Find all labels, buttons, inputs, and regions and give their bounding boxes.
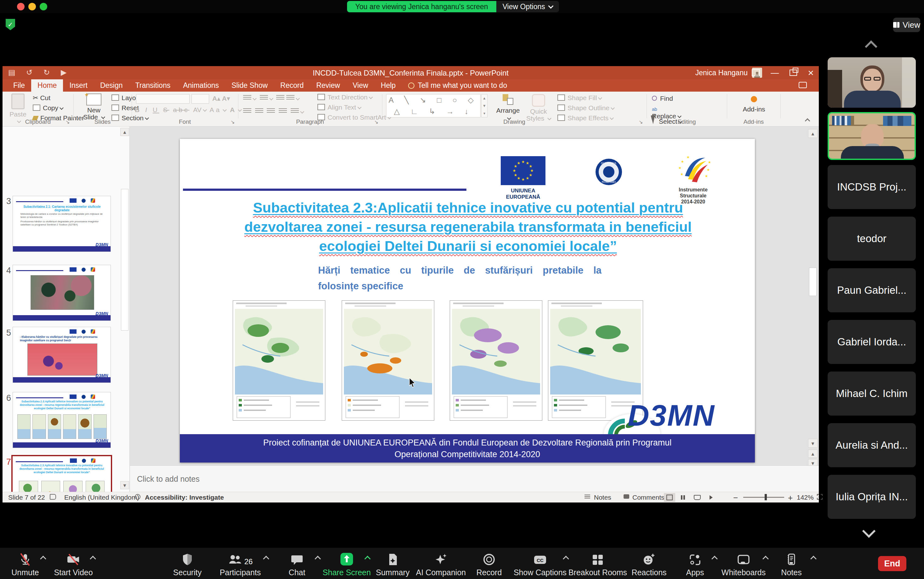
comments-icon[interactable]: [799, 82, 807, 88]
addins-button[interactable]: Add-ins: [732, 93, 776, 113]
tab-slide-show[interactable]: Slide Show: [225, 79, 274, 92]
participant-tile[interactable]: Gabriel Iorda...: [828, 320, 916, 364]
font-name-combobox[interactable]: [136, 94, 190, 103]
notes-icon: [584, 495, 590, 499]
participant-tile[interactable]: Paun Gabriel...: [828, 268, 916, 312]
slide-canvas[interactable]: ★★★★★★★★★★★★ UNIUNEA EUROPEANĂ GUVERNUL …: [180, 139, 755, 463]
view-normal-button[interactable]: [664, 493, 675, 502]
accessibility-status[interactable]: Accessibility: Investigate: [145, 494, 224, 501]
zoom-out-button[interactable]: −: [733, 493, 738, 503]
shape-outline-button[interactable]: Shape Outline: [558, 104, 614, 112]
zoom-slider-thumb[interactable]: [765, 494, 767, 500]
arrange-button[interactable]: Arrange: [494, 94, 522, 122]
quick-styles-button[interactable]: Quick Styles: [523, 94, 554, 122]
copy-button[interactable]: Copy: [33, 104, 63, 112]
tab-file[interactable]: File: [7, 79, 31, 92]
slide-thumbnail-5[interactable]: - Elaborarea hărților cu stufărișuri deg…: [13, 327, 111, 383]
text-direction-button[interactable]: Text Direction: [317, 93, 372, 101]
breakout-rooms-button[interactable]: Breakout Rooms: [568, 550, 628, 578]
slide-scroll-up[interactable]: ▲: [808, 129, 818, 138]
tab-animations[interactable]: Animations: [177, 79, 225, 92]
slide-thumbnail-6[interactable]: Subactivitatea 2.3:Aplicatii tehnice ino…: [13, 392, 111, 448]
tab-help[interactable]: Help: [375, 79, 402, 92]
zoom-in-button[interactable]: +: [788, 493, 793, 503]
tab-transitions[interactable]: Transitions: [129, 79, 177, 92]
shape-gallery-scroll[interactable]: ▲▼▾: [481, 94, 487, 118]
font-dialog-launcher[interactable]: ↘: [231, 119, 235, 125]
tab-review[interactable]: Review: [310, 79, 346, 92]
thumb-scroll-down[interactable]: ▼: [120, 481, 129, 489]
view-reading-button[interactable]: [692, 493, 703, 502]
restore-icon[interactable]: [790, 70, 797, 76]
fit-to-window-icon[interactable]: [817, 494, 823, 500]
previous-slide-button[interactable]: ▲: [808, 450, 818, 458]
participant-tile[interactable]: INCDSB Proj...: [828, 165, 916, 209]
tell-me-box[interactable]: Tell me what you want to do: [402, 79, 514, 92]
participant-tile[interactable]: teodor: [828, 217, 916, 261]
video-tile-speaker-2-active[interactable]: [828, 112, 916, 160]
view-layout-button[interactable]: View: [893, 18, 920, 32]
tab-view[interactable]: View: [347, 79, 375, 92]
zoom-slider-track[interactable]: [743, 497, 784, 498]
group-label-font: Font: [132, 118, 238, 125]
thumb-number-5: 5: [6, 328, 11, 338]
close-window-dot[interactable]: [17, 3, 25, 10]
view-slide-sorter-button[interactable]: [678, 493, 689, 502]
tab-record[interactable]: Record: [274, 79, 310, 92]
spellcheck-book-icon[interactable]: [50, 494, 56, 500]
slide-scroll-down[interactable]: ▼: [808, 439, 818, 448]
tab-design[interactable]: Design: [94, 79, 129, 92]
participant-tile[interactable]: Mihael C. Ichim: [828, 371, 916, 415]
scroll-participants-up[interactable]: [867, 42, 875, 52]
drawing-dialog-launcher[interactable]: ↘: [639, 119, 643, 125]
zoom-window-dot[interactable]: [40, 3, 47, 10]
slide-thumbnail-3[interactable]: Subactivitatea 2.1: Cartarea ecosistemel…: [13, 196, 111, 252]
participants-button[interactable]: 26 Participants: [210, 550, 270, 578]
comments-toggle[interactable]: Comments: [632, 494, 664, 501]
show-captions-button[interactable]: CC Show Captions: [510, 550, 570, 578]
font-size-combobox[interactable]: [191, 94, 209, 103]
align-buttons[interactable]: [243, 108, 304, 116]
notes-toggle[interactable]: Notes: [594, 494, 611, 501]
start-video-button[interactable]: Start Video: [43, 550, 103, 578]
new-slide-button[interactable]: ★ New Slide: [79, 93, 108, 121]
scroll-participants-down[interactable]: [864, 527, 873, 537]
view-options-button[interactable]: View Options: [496, 1, 559, 12]
slide-scrollbar-thumb[interactable]: [809, 268, 817, 296]
grow-shrink-font-buttons[interactable]: A▴ A▾: [212, 95, 230, 102]
ribbon: Paste ✂ Cut Copy Format Painter Clipboar…: [3, 92, 819, 127]
slide-title[interactable]: Subactivitatea 2.3:Aplicatii tehnice ino…: [202, 198, 734, 256]
tab-home[interactable]: Home: [31, 79, 63, 92]
close-icon[interactable]: ×: [808, 67, 814, 79]
thumb-scroll-up[interactable]: ▲: [120, 128, 129, 136]
ribbon-display-options-icon[interactable]: [752, 69, 760, 76]
language-status[interactable]: English (United Kingdom): [64, 494, 139, 501]
zoom-percentage[interactable]: 142%: [797, 494, 814, 501]
collapse-ribbon-button[interactable]: [806, 117, 810, 124]
slide-thumbnail-4[interactable]: D3MN: [13, 265, 111, 321]
paragraph-dialog-launcher[interactable]: ↘: [374, 119, 378, 125]
notes-button[interactable]: Notes: [762, 550, 821, 578]
notes-pane[interactable]: Click to add notes: [130, 465, 819, 492]
slide-thumbnail-7-selected[interactable]: Subactivitatea 2.3:Aplicatii tehnice ino…: [11, 455, 112, 492]
video-tile-speaker-1[interactable]: [828, 57, 916, 108]
participant-tile[interactable]: Iulia Oprița IN...: [828, 475, 916, 519]
thumb-scrollbar[interactable]: [121, 189, 129, 330]
meeting-security-shield-icon[interactable]: ✓: [6, 19, 15, 30]
align-text-button[interactable]: Align Text: [317, 103, 361, 111]
list-buttons[interactable]: [243, 95, 299, 102]
clipboard-dialog-launcher[interactable]: ↘: [65, 119, 70, 125]
font-style-buttons[interactable]: B I U S abc AV Aa A: [135, 106, 241, 114]
security-button[interactable]: Security: [157, 550, 217, 578]
participant-tile[interactable]: Aurelia si And...: [828, 423, 916, 467]
cut-button[interactable]: ✂ Cut: [33, 94, 51, 102]
end-meeting-button[interactable]: End: [878, 556, 906, 571]
view-slideshow-button[interactable]: [705, 493, 717, 502]
tab-insert[interactable]: Insert: [63, 79, 94, 92]
shape-gallery[interactable]: A ╲ ↘ □ ○ ◇ △ ∟ ↳ → ↓ ☆: [386, 94, 481, 118]
slide-subtitle[interactable]: Hărți tematice cu tipurile de stufărișur…: [318, 265, 602, 292]
shape-fill-button[interactable]: Shape Fill: [558, 94, 602, 102]
find-button[interactable]: Find: [652, 95, 673, 102]
minimize-window-dot[interactable]: [28, 3, 36, 10]
minimize-icon[interactable]: —: [770, 68, 779, 78]
